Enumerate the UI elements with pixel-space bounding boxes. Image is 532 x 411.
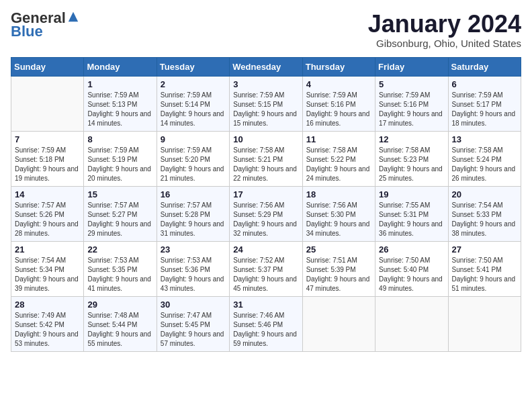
calendar-cell: 13Sunrise: 7:58 AMSunset: 5:24 PMDayligh… [448, 131, 521, 186]
day-info: Sunrise: 7:54 AMSunset: 5:34 PMDaylight:… [15, 256, 80, 293]
day-info: Sunrise: 7:58 AMSunset: 5:22 PMDaylight:… [306, 146, 371, 183]
day-info: Sunrise: 7:50 AMSunset: 5:41 PMDaylight:… [452, 256, 517, 293]
day-number: 24 [233, 244, 298, 255]
day-number: 31 [233, 300, 298, 310]
day-info: Sunrise: 7:52 AMSunset: 5:37 PMDaylight:… [233, 256, 298, 293]
day-info: Sunrise: 7:57 AMSunset: 5:26 PMDaylight:… [15, 201, 80, 238]
day-info: Sunrise: 7:46 AMSunset: 5:46 PMDaylight:… [233, 311, 298, 349]
day-number: 9 [161, 134, 226, 144]
logo-blue-text: Blue [11, 23, 43, 40]
weekday-header: Thursday [302, 57, 375, 76]
day-info: Sunrise: 7:59 AMSunset: 5:18 PMDaylight:… [15, 146, 80, 183]
day-info: Sunrise: 7:56 AMSunset: 5:30 PMDaylight:… [306, 201, 371, 238]
day-info: Sunrise: 7:54 AMSunset: 5:33 PMDaylight:… [452, 201, 517, 238]
day-info: Sunrise: 7:59 AMSunset: 5:14 PMDaylight:… [161, 91, 226, 128]
title-block: January 2024 Gibsonburg, Ohio, United St… [368, 11, 521, 49]
calendar-cell: 2Sunrise: 7:59 AMSunset: 5:14 PMDaylight… [157, 76, 229, 131]
day-number: 10 [233, 134, 298, 144]
day-number: 12 [379, 134, 444, 144]
day-info: Sunrise: 7:59 AMSunset: 5:19 PMDaylight:… [87, 146, 152, 183]
day-info: Sunrise: 7:53 AMSunset: 5:36 PMDaylight:… [161, 256, 226, 293]
weekday-header: Wednesday [230, 57, 302, 76]
calendar-cell: 18Sunrise: 7:56 AMSunset: 5:30 PMDayligh… [302, 186, 375, 241]
calendar-cell: 31Sunrise: 7:46 AMSunset: 5:46 PMDayligh… [230, 296, 302, 351]
calendar-cell: 14Sunrise: 7:57 AMSunset: 5:26 PMDayligh… [11, 186, 84, 241]
day-info: Sunrise: 7:51 AMSunset: 5:39 PMDaylight:… [306, 256, 371, 293]
day-info: Sunrise: 7:47 AMSunset: 5:45 PMDaylight:… [161, 311, 226, 349]
calendar-body: 1Sunrise: 7:59 AMSunset: 5:13 PMDaylight… [11, 76, 521, 351]
calendar-cell: 21Sunrise: 7:54 AMSunset: 5:34 PMDayligh… [11, 241, 84, 296]
calendar-cell: 9Sunrise: 7:59 AMSunset: 5:20 PMDaylight… [157, 131, 229, 186]
calendar-cell: 8Sunrise: 7:59 AMSunset: 5:19 PMDaylight… [84, 131, 157, 186]
calendar-subtitle: Gibsonburg, Ohio, United States [368, 38, 521, 49]
day-number: 23 [161, 244, 226, 255]
day-info: Sunrise: 7:58 AMSunset: 5:23 PMDaylight:… [379, 146, 444, 183]
day-info: Sunrise: 7:59 AMSunset: 5:16 PMDaylight:… [379, 91, 444, 128]
day-number: 7 [15, 134, 80, 144]
weekday-header: Friday [375, 57, 448, 76]
weekday-header: Saturday [448, 57, 521, 76]
calendar-cell [375, 296, 448, 351]
calendar-header: SundayMondayTuesdayWednesdayThursdayFrid… [11, 57, 521, 76]
day-info: Sunrise: 7:57 AMSunset: 5:28 PMDaylight:… [161, 201, 226, 238]
day-number: 18 [306, 189, 371, 199]
day-number: 25 [306, 244, 371, 255]
day-info: Sunrise: 7:58 AMSunset: 5:21 PMDaylight:… [233, 146, 298, 183]
calendar-cell: 22Sunrise: 7:53 AMSunset: 5:35 PMDayligh… [84, 241, 157, 296]
day-number: 2 [161, 79, 226, 89]
day-number: 5 [379, 79, 444, 89]
day-info: Sunrise: 7:50 AMSunset: 5:40 PMDaylight:… [379, 256, 444, 293]
svg-marker-0 [69, 12, 78, 21]
calendar-cell: 12Sunrise: 7:58 AMSunset: 5:23 PMDayligh… [375, 131, 448, 186]
calendar-cell: 29Sunrise: 7:48 AMSunset: 5:44 PMDayligh… [84, 296, 157, 351]
calendar-cell [11, 76, 84, 131]
day-info: Sunrise: 7:59 AMSunset: 5:13 PMDaylight:… [87, 91, 152, 128]
day-number: 8 [87, 134, 152, 144]
day-number: 29 [87, 300, 152, 310]
day-info: Sunrise: 7:56 AMSunset: 5:29 PMDaylight:… [233, 201, 298, 238]
calendar-cell: 1Sunrise: 7:59 AMSunset: 5:13 PMDaylight… [84, 76, 157, 131]
calendar-cell: 23Sunrise: 7:53 AMSunset: 5:36 PMDayligh… [157, 241, 229, 296]
calendar-cell: 7Sunrise: 7:59 AMSunset: 5:18 PMDaylight… [11, 131, 84, 186]
calendar-cell: 16Sunrise: 7:57 AMSunset: 5:28 PMDayligh… [157, 186, 229, 241]
calendar-cell: 6Sunrise: 7:59 AMSunset: 5:17 PMDaylight… [448, 76, 521, 131]
calendar-cell: 26Sunrise: 7:50 AMSunset: 5:40 PMDayligh… [375, 241, 448, 296]
page-header: General Blue January 2024 Gibsonburg, Oh… [11, 11, 521, 49]
logo-icon [67, 11, 79, 23]
day-info: Sunrise: 7:58 AMSunset: 5:24 PMDaylight:… [452, 146, 517, 183]
day-number: 4 [306, 79, 371, 89]
day-number: 3 [233, 79, 298, 89]
calendar-title: January 2024 [368, 11, 521, 38]
day-info: Sunrise: 7:59 AMSunset: 5:16 PMDaylight:… [306, 91, 371, 128]
day-number: 19 [379, 189, 444, 199]
day-number: 15 [87, 189, 152, 199]
day-number: 6 [452, 79, 517, 89]
weekday-header: Sunday [11, 57, 84, 76]
calendar-table: SundayMondayTuesdayWednesdayThursdayFrid… [11, 57, 521, 352]
day-info: Sunrise: 7:59 AMSunset: 5:15 PMDaylight:… [233, 91, 298, 128]
calendar-cell: 3Sunrise: 7:59 AMSunset: 5:15 PMDaylight… [230, 76, 302, 131]
day-info: Sunrise: 7:48 AMSunset: 5:44 PMDaylight:… [87, 311, 152, 349]
logo: General Blue [11, 11, 79, 40]
calendar-cell: 28Sunrise: 7:49 AMSunset: 5:42 PMDayligh… [11, 296, 84, 351]
calendar-cell: 4Sunrise: 7:59 AMSunset: 5:16 PMDaylight… [302, 76, 375, 131]
day-number: 1 [87, 79, 152, 89]
calendar-cell: 11Sunrise: 7:58 AMSunset: 5:22 PMDayligh… [302, 131, 375, 186]
calendar-cell: 10Sunrise: 7:58 AMSunset: 5:21 PMDayligh… [230, 131, 302, 186]
weekday-header: Tuesday [157, 57, 229, 76]
day-info: Sunrise: 7:59 AMSunset: 5:17 PMDaylight:… [452, 91, 517, 128]
day-info: Sunrise: 7:57 AMSunset: 5:27 PMDaylight:… [87, 201, 152, 238]
calendar-cell: 17Sunrise: 7:56 AMSunset: 5:29 PMDayligh… [230, 186, 302, 241]
day-number: 16 [161, 189, 226, 199]
calendar-cell: 19Sunrise: 7:55 AMSunset: 5:31 PMDayligh… [375, 186, 448, 241]
day-number: 22 [87, 244, 152, 255]
day-number: 13 [452, 134, 517, 144]
day-number: 11 [306, 134, 371, 144]
calendar-cell: 20Sunrise: 7:54 AMSunset: 5:33 PMDayligh… [448, 186, 521, 241]
day-number: 27 [452, 244, 517, 255]
calendar-cell [448, 296, 521, 351]
day-number: 28 [15, 300, 80, 310]
day-number: 17 [233, 189, 298, 199]
day-info: Sunrise: 7:59 AMSunset: 5:20 PMDaylight:… [161, 146, 226, 183]
calendar-cell: 27Sunrise: 7:50 AMSunset: 5:41 PMDayligh… [448, 241, 521, 296]
